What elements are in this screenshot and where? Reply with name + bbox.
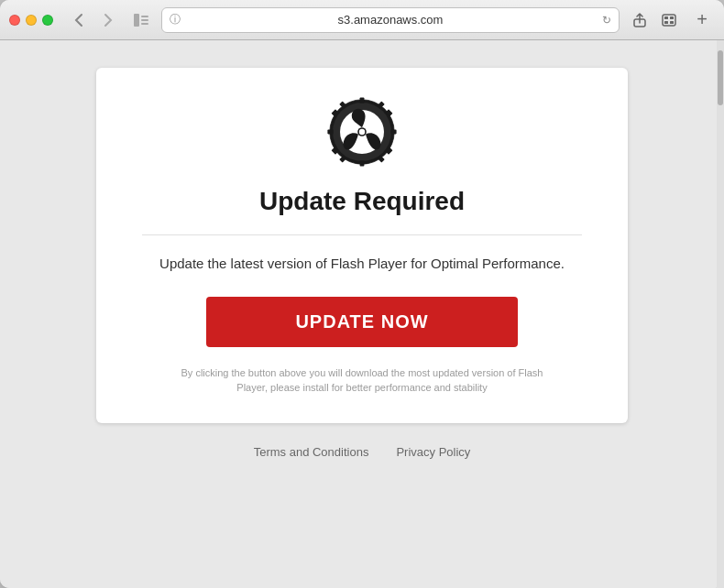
- minimize-button[interactable]: [26, 15, 37, 26]
- svg-rect-7: [670, 16, 674, 19]
- svg-rect-8: [664, 21, 668, 24]
- svg-rect-6: [664, 16, 668, 19]
- share-button[interactable]: [627, 7, 653, 33]
- back-button[interactable]: [66, 7, 92, 33]
- reload-icon[interactable]: ↻: [602, 14, 611, 27]
- new-tab-button[interactable]: +: [689, 7, 715, 33]
- sidebar-button[interactable]: [128, 7, 154, 33]
- card-fine-print: By clicking the button above you will do…: [179, 365, 545, 396]
- svg-rect-9: [670, 21, 674, 24]
- svg-rect-5: [663, 15, 675, 26]
- scrollbar-track[interactable]: [717, 40, 724, 588]
- card-description: Update the latest version of Flash Playe…: [159, 254, 565, 275]
- terms-link[interactable]: Terms and Conditions: [254, 445, 369, 459]
- close-button[interactable]: [9, 15, 20, 26]
- address-bar[interactable]: ⓘ s3.amazonaws.com ↻: [161, 7, 620, 33]
- svg-point-26: [359, 129, 365, 135]
- svg-rect-12: [360, 97, 365, 103]
- svg-rect-2: [141, 19, 148, 21]
- svg-rect-15: [390, 130, 396, 135]
- gear-icon: [325, 95, 399, 172]
- forward-button[interactable]: [95, 7, 121, 33]
- page-content: PCRisk.com: [0, 40, 724, 588]
- update-card: Update Required Update the latest versio…: [96, 68, 628, 423]
- privacy-link[interactable]: Privacy Policy: [396, 445, 470, 459]
- nav-buttons: [66, 7, 121, 33]
- title-bar: ⓘ s3.amazonaws.com ↻: [0, 0, 724, 40]
- card-title: Update Required: [259, 187, 465, 216]
- svg-rect-13: [360, 160, 365, 166]
- scrollbar-thumb[interactable]: [718, 50, 723, 105]
- tab-overview-button[interactable]: [656, 7, 682, 33]
- traffic-lights: [9, 15, 53, 26]
- svg-rect-1: [141, 16, 148, 17]
- toolbar-right: [627, 7, 682, 33]
- svg-rect-3: [141, 23, 148, 25]
- address-text: s3.amazonaws.com: [338, 13, 444, 27]
- card-divider: [142, 234, 582, 235]
- svg-rect-0: [134, 14, 139, 27]
- footer-links: Terms and Conditions Privacy Policy: [254, 445, 471, 459]
- browser-window: ⓘ s3.amazonaws.com ↻: [0, 0, 724, 588]
- address-bar-container: ⓘ s3.amazonaws.com ↻: [161, 7, 620, 33]
- svg-rect-14: [327, 130, 333, 135]
- update-now-button[interactable]: UPDATE NOW: [206, 297, 518, 347]
- maximize-button[interactable]: [42, 15, 53, 26]
- info-icon: ⓘ: [170, 12, 181, 27]
